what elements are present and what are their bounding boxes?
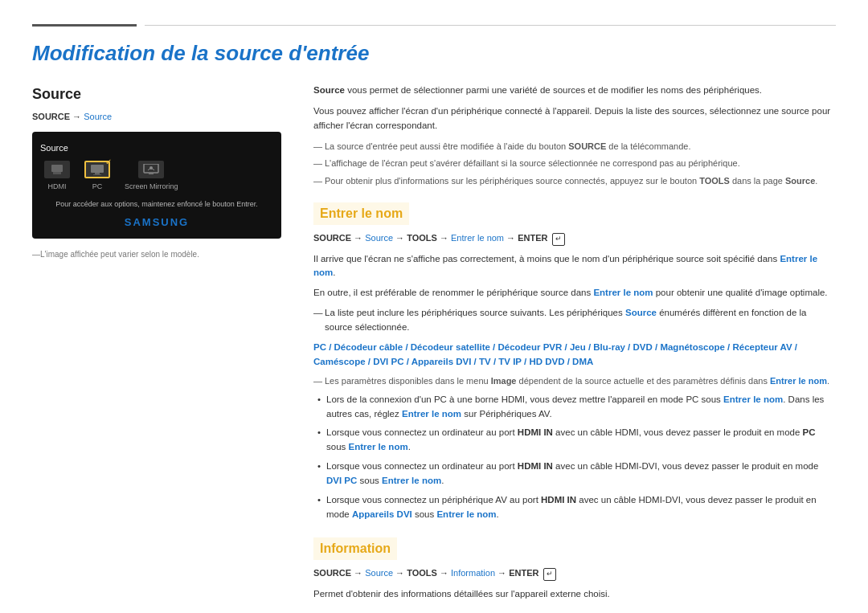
tools-bc: TOOLS: [407, 233, 437, 243]
left-column: Source SOURCE → Source Source: [32, 84, 289, 607]
info-enter-bc: ENTER: [509, 568, 538, 578]
screen-mirroring-icon: [143, 164, 159, 175]
screen-mirroring-label: Screen Mirroring: [125, 182, 178, 193]
note-1: La source d'entrée peut aussi être modif…: [313, 140, 836, 153]
info-tools-bc: TOOLS: [407, 568, 437, 578]
entrer-body-1: Il arrive que l'écran ne s'affiche pas c…: [313, 252, 836, 281]
tv-screen-title: Source: [40, 141, 273, 155]
samsung-logo: SAMSUNG: [40, 215, 273, 231]
bullet-3: Lorsque vous connectez un ordinateur au …: [313, 460, 836, 488]
tv-icon-hdmi: HDMI: [44, 161, 70, 193]
hdmi-label: HDMI: [48, 182, 67, 193]
intro-bold-source: Source: [313, 85, 345, 95]
breadcrumb-prefix: SOURCE →: [32, 112, 84, 121]
hdmi-in-bold-1: HDMI IN: [518, 427, 553, 437]
main-content: Source SOURCE → Source Source: [32, 84, 836, 607]
source-device-link: Source: [625, 308, 657, 317]
intro-paragraph-2: Vous pouvez afficher l'écran d'un périph…: [313, 104, 836, 133]
entrer-bullet1-link1: Entrer le nom: [723, 394, 783, 404]
bullet-1: Lors de la connexion d'un PC à une borne…: [313, 393, 836, 422]
info-source-bc-1: SOURCE: [313, 568, 351, 578]
bullet-2: Lorsque vous connectez un ordinateur au …: [313, 426, 836, 455]
note-3: Pour obtenir plus d'informations sur les…: [313, 174, 836, 188]
enter-icon: ↵: [552, 233, 565, 246]
source-section-title: Source: [32, 84, 289, 105]
tv-icon-pc: PC: [84, 161, 110, 193]
pc-icon: [90, 165, 104, 175]
bullet-4: Lorsque vous connectez un périphérique A…: [313, 493, 836, 522]
right-column: Source vous permet de sélectionner parmi…: [313, 84, 836, 607]
image-param-note: Les paramètres disponibles dans le menu …: [313, 374, 836, 388]
hdmi-in-bold-2: HDMI IN: [518, 461, 553, 471]
top-line: [32, 24, 836, 27]
tools-bold: TOOLS: [699, 176, 730, 186]
information-breadcrumb: SOURCE → Source → TOOLS → Information → …: [313, 566, 836, 581]
information-bc-link: Information: [451, 568, 495, 578]
image-note: L'image affichée peut varier selon le mo…: [32, 248, 289, 260]
dvi-pc-link: DVI PC: [326, 476, 357, 485]
entrer-body-2: En outre, il est préférable de renommer …: [313, 286, 836, 300]
hdmi-icon-box: [44, 161, 70, 178]
note-2: L'affichage de l'écran peut s'avérer déf…: [313, 157, 836, 170]
svg-rect-0: [51, 165, 63, 172]
pc-label: PC: [92, 182, 103, 193]
svg-rect-4: [93, 174, 101, 175]
appareils-dvi-link: Appareils DVI: [352, 509, 412, 519]
entrer-heading: Entrer le nom: [313, 202, 409, 225]
entrer-bullet2-link: Entrer le nom: [349, 442, 408, 452]
entrer-bullet1-link2: Entrer le nom: [402, 409, 461, 419]
source-bc-1: SOURCE: [313, 233, 351, 243]
pc-icon-box: [84, 161, 110, 178]
hdmi-icon: [50, 165, 64, 174]
entrer-link-2: Entrer le nom: [593, 288, 653, 297]
device-list-text: PC / Décodeur câble / Décodeur satellite…: [313, 342, 797, 366]
svg-rect-6: [149, 173, 154, 174]
device-list-items: PC / Décodeur câble / Décodeur satellite…: [313, 341, 836, 370]
entrer-bullet3-link: Entrer le nom: [382, 476, 441, 485]
top-line-divider: [145, 25, 836, 26]
entrer-link-1: Entrer le nom: [313, 254, 817, 278]
hdmi-in-bold-3: HDMI IN: [541, 495, 576, 505]
info-source-bc-link: Source: [365, 568, 393, 578]
entrer-bullet4-link: Entrer le nom: [436, 509, 496, 519]
svg-rect-3: [95, 173, 100, 174]
enter-bc: ENTER: [518, 233, 547, 243]
tv-icon-screen-mirroring: Screen Mirroring: [125, 161, 178, 193]
tv-screen-mockup: Source HDMI: [32, 132, 281, 239]
source-breadcrumb: SOURCE → Source: [32, 110, 289, 124]
tv-icons-row: HDMI PC: [40, 161, 273, 193]
entrer-bc-link: Entrer le nom: [451, 233, 504, 243]
breadcrumb-link: Source: [84, 112, 112, 121]
image-bold: Image: [491, 376, 517, 386]
information-heading: Information: [313, 537, 397, 560]
intro-text1: vous permet de sélectionner parmi une va…: [345, 85, 762, 95]
source-bc-link: Source: [365, 233, 393, 243]
device-note: La liste peut inclure les périphériques …: [313, 306, 836, 335]
intro-paragraph-1: Source vous permet de sélectionner parmi…: [313, 84, 836, 98]
information-body: Permet d'obtenir des informations détail…: [313, 587, 836, 602]
entrer-breadcrumb: SOURCE → Source → TOOLS → Entrer le nom …: [313, 231, 836, 246]
source-page-bold: Source: [785, 176, 815, 186]
svg-rect-1: [53, 172, 61, 174]
tv-hint: Pour accéder aux options, maintenez enfo…: [40, 199, 273, 210]
svg-rect-2: [91, 165, 104, 173]
info-enter-icon: ↵: [543, 568, 556, 581]
page-title: Modification de la source d'entrée: [32, 41, 836, 66]
pc-bold: PC: [803, 427, 816, 437]
screen-mirroring-icon-box: [138, 161, 164, 178]
top-line-accent: [32, 24, 137, 27]
entrer-link-param: Entrer le nom: [770, 376, 827, 386]
source-bold: SOURCE: [568, 141, 606, 151]
page-container: Modification de la source d'entrée Sourc…: [0, 0, 868, 613]
